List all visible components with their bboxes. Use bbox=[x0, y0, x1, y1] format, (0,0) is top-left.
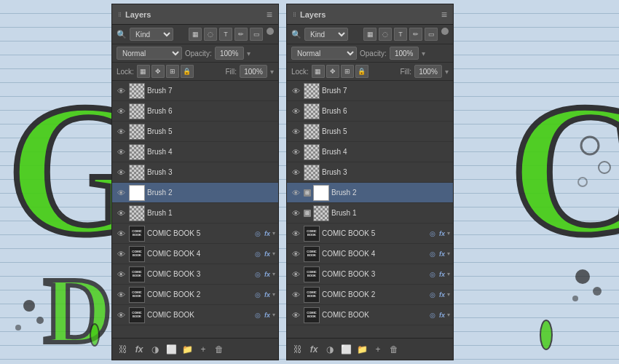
layer-row[interactable]: 👁COMICBOOKCOMIC BOOK 4◎fx▾ bbox=[112, 244, 278, 264]
lock-move-btn-right[interactable]: ✥ bbox=[326, 65, 339, 78]
fill-input-left[interactable] bbox=[240, 65, 267, 78]
layer-eye-icon[interactable]: 👁 bbox=[290, 248, 301, 260]
filter-circle-btn-left[interactable]: ◌ bbox=[204, 28, 217, 41]
layer-eye-icon[interactable]: 👁 bbox=[115, 85, 127, 97]
layer-expand-icon[interactable]: ▾ bbox=[272, 250, 275, 257]
footer-folder-btn-left[interactable]: 📁 bbox=[181, 343, 194, 356]
layer-row[interactable]: 👁COMICBOOKCOMIC BOOK 4◎fx▾ bbox=[287, 244, 453, 264]
layer-expand-icon[interactable]: ▾ bbox=[447, 312, 450, 318]
layer-row[interactable]: 👁Brush 7 bbox=[112, 81, 278, 101]
footer-new-btn-left[interactable]: + bbox=[197, 343, 210, 356]
layer-expand-icon[interactable]: ▾ bbox=[272, 312, 275, 318]
layer-eye-icon[interactable]: 👁 bbox=[290, 289, 301, 301]
layer-row[interactable]: 👁Brush 7 bbox=[287, 81, 453, 101]
layer-eye-icon[interactable]: 👁 bbox=[115, 289, 127, 301]
layer-eye-icon[interactable]: 👁 bbox=[115, 228, 127, 240]
blend-mode-select-left[interactable]: Normal bbox=[117, 47, 182, 60]
lock-artboard-btn-right[interactable]: ⊞ bbox=[341, 65, 354, 78]
layer-row[interactable]: 👁COMICBOOKCOMIC BOOK◎fx▾ bbox=[287, 305, 453, 325]
layer-fx-label[interactable]: fx bbox=[264, 230, 270, 237]
filter-pen-btn-left[interactable]: ✏ bbox=[234, 28, 248, 41]
layer-eye-icon[interactable]: 👁 bbox=[115, 187, 127, 199]
layer-fx-label[interactable]: fx bbox=[439, 271, 445, 278]
layer-fx-label[interactable]: fx bbox=[264, 312, 270, 319]
layer-eye-icon[interactable]: 👁 bbox=[115, 269, 127, 280]
layer-row[interactable]: 👁COMICBOOKCOMIC BOOK 5◎fx▾ bbox=[112, 223, 278, 244]
footer-trash-btn-right[interactable]: 🗑 bbox=[387, 343, 401, 356]
layer-eye-icon[interactable]: 👁 bbox=[290, 85, 301, 97]
layer-eye-icon[interactable]: 👁 bbox=[290, 269, 301, 280]
opacity-input-right[interactable] bbox=[390, 47, 419, 60]
panel-menu-icon-right[interactable]: ≡ bbox=[441, 9, 447, 20]
layer-row[interactable]: 👁COMICBOOKCOMIC BOOK 5◎fx▾ bbox=[287, 223, 453, 244]
layer-row[interactable]: 👁Brush 2 bbox=[112, 183, 278, 203]
layer-expand-icon[interactable]: ▾ bbox=[272, 230, 275, 237]
layer-eye-icon[interactable]: 👁 bbox=[115, 146, 127, 158]
layer-eye-icon[interactable]: 👁 bbox=[290, 228, 301, 240]
footer-mask-btn-right[interactable]: ⬜ bbox=[339, 343, 352, 356]
layer-eye-icon[interactable]: 👁 bbox=[115, 167, 127, 178]
filter-pixel-btn-right[interactable]: ▦ bbox=[363, 28, 376, 41]
layer-eye-icon[interactable]: 👁 bbox=[290, 187, 301, 199]
layers-list-right[interactable]: 👁Brush 7👁Brush 6👁Brush 5👁Brush 4👁Brush 3… bbox=[287, 81, 453, 338]
layer-row[interactable]: 👁⊞Brush 1 bbox=[287, 203, 453, 223]
fill-arrow-right[interactable]: ▾ bbox=[445, 68, 449, 76]
panel-menu-icon-left[interactable]: ≡ bbox=[267, 9, 272, 20]
layer-expand-icon[interactable]: ▾ bbox=[272, 271, 275, 277]
layer-row[interactable]: 👁Brush 4 bbox=[112, 142, 278, 162]
fill-arrow-left[interactable]: ▾ bbox=[270, 68, 274, 76]
filter-circle-btn-right[interactable]: ◌ bbox=[379, 28, 392, 41]
lock-all-btn-left[interactable]: 🔒 bbox=[181, 65, 194, 78]
footer-fx-btn-left[interactable]: fx bbox=[133, 343, 146, 356]
footer-link-btn-left[interactable]: ⛓ bbox=[117, 343, 130, 356]
layer-eye-icon[interactable]: 👁 bbox=[115, 207, 127, 219]
opacity-input-left[interactable] bbox=[215, 47, 244, 60]
footer-new-btn-right[interactable]: + bbox=[371, 343, 385, 356]
lock-move-btn-left[interactable]: ✥ bbox=[151, 65, 165, 78]
footer-fx-btn-right[interactable]: fx bbox=[307, 343, 320, 356]
blend-mode-select-right[interactable]: Normal bbox=[291, 47, 357, 60]
filter-text-btn-left[interactable]: T bbox=[219, 28, 232, 41]
lock-pixels-btn-left[interactable]: ▦ bbox=[137, 65, 150, 78]
layers-list-left[interactable]: 👁Brush 7👁Brush 6👁Brush 5👁Brush 4👁Brush 3… bbox=[112, 81, 278, 338]
footer-mask-btn-left[interactable]: ⬜ bbox=[165, 343, 178, 356]
layer-row[interactable]: 👁Brush 1 bbox=[112, 203, 278, 223]
layer-fx-label[interactable]: fx bbox=[264, 271, 270, 278]
layer-row[interactable]: 👁Brush 6 bbox=[287, 101, 453, 122]
layer-expand-icon[interactable]: ▾ bbox=[447, 271, 450, 277]
footer-link-btn-right[interactable]: ⛓ bbox=[291, 343, 304, 356]
layer-eye-icon[interactable]: 👁 bbox=[290, 207, 301, 219]
layer-row[interactable]: 👁Brush 5 bbox=[112, 122, 278, 142]
layer-expand-icon[interactable]: ▾ bbox=[447, 230, 450, 237]
layer-row[interactable]: 👁Brush 5 bbox=[287, 122, 453, 142]
layer-eye-icon[interactable]: 👁 bbox=[290, 146, 301, 158]
footer-folder-btn-right[interactable]: 📁 bbox=[355, 343, 368, 356]
lock-pixels-btn-right[interactable]: ▦ bbox=[312, 65, 325, 78]
layer-row[interactable]: 👁Brush 6 bbox=[112, 101, 278, 122]
lock-artboard-btn-left[interactable]: ⊞ bbox=[166, 65, 179, 78]
opacity-arrow-left[interactable]: ▾ bbox=[247, 50, 251, 58]
layer-fx-label[interactable]: fx bbox=[439, 312, 445, 319]
layer-expand-icon[interactable]: ▾ bbox=[272, 291, 275, 298]
layer-fx-label[interactable]: fx bbox=[439, 250, 445, 258]
layer-eye-icon[interactable]: 👁 bbox=[115, 126, 127, 138]
opacity-arrow-right[interactable]: ▾ bbox=[422, 50, 425, 58]
footer-adjust-btn-right[interactable]: ◑ bbox=[323, 343, 336, 356]
footer-trash-btn-left[interactable]: 🗑 bbox=[213, 343, 226, 356]
layer-row[interactable]: 👁⊞Brush 2 bbox=[287, 183, 453, 203]
layer-eye-icon[interactable]: 👁 bbox=[115, 106, 127, 117]
layer-eye-icon[interactable]: 👁 bbox=[115, 248, 127, 260]
layer-fx-label[interactable]: fx bbox=[264, 291, 270, 298]
layer-eye-icon[interactable]: 👁 bbox=[290, 309, 301, 321]
layer-row[interactable]: 👁Brush 4 bbox=[287, 142, 453, 162]
lock-all-btn-right[interactable]: 🔒 bbox=[355, 65, 368, 78]
layer-eye-icon[interactable]: 👁 bbox=[115, 309, 127, 321]
filter-text-btn-right[interactable]: T bbox=[394, 28, 407, 41]
layer-eye-icon[interactable]: 👁 bbox=[290, 106, 301, 117]
filter-pixel-btn-left[interactable]: ▦ bbox=[189, 28, 202, 41]
layer-expand-icon[interactable]: ▾ bbox=[447, 291, 450, 298]
layer-eye-icon[interactable]: 👁 bbox=[290, 167, 301, 178]
layer-row[interactable]: 👁COMICBOOKCOMIC BOOK 3◎fx▾ bbox=[287, 264, 453, 285]
layer-expand-icon[interactable]: ▾ bbox=[447, 250, 450, 257]
layer-fx-label[interactable]: fx bbox=[264, 250, 270, 258]
